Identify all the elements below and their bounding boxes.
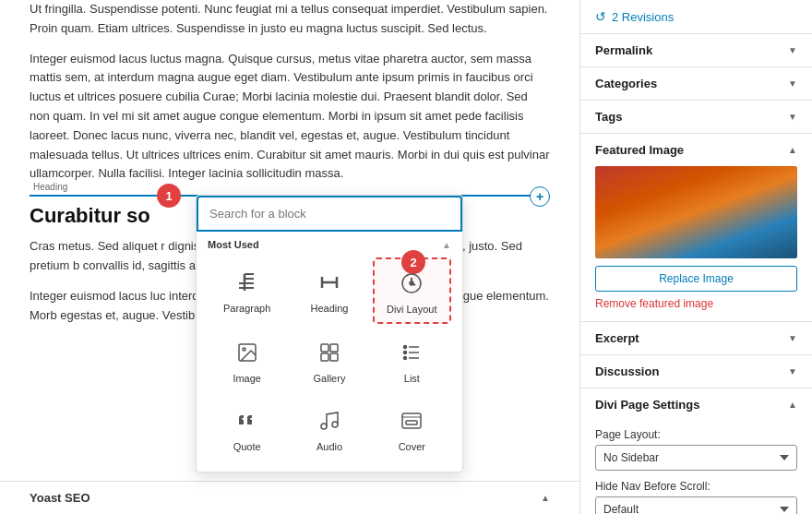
featured-image-chevron-icon: ▲ — [788, 145, 797, 155]
tags-chevron-icon: ▼ — [788, 112, 797, 122]
sidebar-section-permalink: Permalink ▼ — [580, 34, 812, 67]
svg-rect-6 — [321, 353, 328, 361]
block-item-list[interactable]: List — [373, 328, 451, 392]
sidebar-section-discussion: Discussion ▼ — [580, 355, 812, 388]
remove-image-link[interactable]: Remove featured image — [595, 297, 797, 310]
sidebar-section-tags: Tags ▼ — [580, 101, 812, 134]
yoast-chevron-up-icon: ▲ — [541, 493, 550, 503]
block-label-quote: Quote — [233, 441, 261, 452]
block-item-divi-layout[interactable]: 2 Divi Layout — [373, 257, 451, 324]
svg-rect-7 — [330, 353, 338, 361]
page-layout-select[interactable]: No Sidebar Left Sidebar Right Sidebar Fu… — [595, 445, 797, 471]
svg-rect-4 — [321, 344, 328, 352]
svg-point-15 — [332, 422, 338, 427]
block-item-quote[interactable]: Quote — [208, 396, 286, 460]
hide-nav-row: Hide Nav Before Scroll: Default Hide Sho… — [595, 480, 797, 514]
block-item-audio[interactable]: Audio — [290, 396, 368, 460]
excerpt-header[interactable]: Excerpt ▼ — [580, 322, 812, 354]
categories-label: Categories — [595, 77, 657, 90]
gallery-icon — [313, 336, 346, 369]
featured-image-label: Featured Image — [595, 143, 684, 157]
svg-point-14 — [321, 424, 327, 429]
most-used-label: Most Used — [208, 239, 259, 250]
heading-block-wrapper: Heading 1 + Most Used ▲ — [30, 195, 550, 197]
permalink-label: Permalink — [595, 43, 652, 57]
sidebar-section-categories: Categories ▼ — [580, 67, 812, 101]
block-label-gallery: Gallery — [314, 373, 346, 384]
revisions-icon: ↺ — [595, 9, 606, 24]
sidebar-section-divi-page-settings: Divi Page Settings ▲ Page Layout: No Sid… — [580, 388, 812, 514]
hide-nav-select[interactable]: Default Hide Show — [595, 496, 797, 514]
featured-image-header[interactable]: Featured Image ▲ — [580, 134, 812, 166]
divi-page-settings-header[interactable]: Divi Page Settings ▲ — [580, 388, 812, 421]
svg-rect-5 — [330, 344, 338, 352]
section-chevron-up-icon: ▲ — [442, 240, 451, 250]
block-item-image[interactable]: Image — [208, 328, 286, 392]
block-label-image: Image — [233, 373, 261, 384]
block-item-paragraph[interactable]: Paragraph — [208, 257, 286, 324]
featured-image-thumbnail — [595, 166, 797, 258]
excerpt-chevron-icon: ▼ — [788, 333, 797, 343]
svg-point-12 — [404, 352, 407, 354]
revisions-row[interactable]: ↺ 2 Revisions — [580, 0, 812, 34]
divi-page-settings-label: Divi Page Settings — [595, 398, 699, 412]
quote-icon — [231, 404, 264, 437]
divi-layout-icon — [395, 267, 428, 300]
most-used-header[interactable]: Most Used ▲ — [208, 239, 451, 250]
yoast-seo-label: Yoast SEO — [30, 491, 90, 505]
block-label-heading: Heading — [311, 303, 349, 314]
revisions-label: 2 Revisions — [612, 10, 674, 24]
audio-icon — [313, 404, 346, 437]
add-block-button[interactable]: + — [530, 186, 550, 207]
svg-rect-17 — [406, 421, 417, 424]
replace-image-button[interactable]: Replace Image — [595, 266, 797, 292]
sidebar-section-featured-image: Featured Image ▲ Replace Image Remove fe… — [580, 134, 812, 322]
most-used-section: Most Used ▲ Paragraph — [197, 232, 462, 472]
paragraph-1: Ut fringilla. Suspendisse potenti. Nunc … — [30, 0, 550, 39]
svg-point-13 — [404, 357, 407, 360]
block-label-list: List — [404, 373, 420, 384]
svg-point-11 — [404, 346, 407, 349]
block-label-audio: Audio — [316, 441, 342, 452]
sidebar: ↺ 2 Revisions Permalink ▼ Categories ▼ T… — [579, 0, 812, 514]
image-icon — [231, 336, 264, 369]
categories-header[interactable]: Categories ▼ — [580, 67, 812, 100]
block-item-heading[interactable]: Heading — [290, 257, 368, 324]
tags-label: Tags — [595, 110, 622, 124]
paragraph-2: Integer euismod lacus luctus magna. Quis… — [30, 50, 550, 185]
permalink-header[interactable]: Permalink ▼ — [580, 34, 812, 66]
tags-header[interactable]: Tags ▼ — [580, 101, 812, 133]
featured-image-body: Replace Image Remove featured image — [580, 166, 812, 321]
divi-page-settings-body: Page Layout: No Sidebar Left Sidebar Rig… — [580, 421, 812, 514]
main-content: Ut fringilla. Suspendisse potenti. Nunc … — [0, 0, 579, 514]
cover-icon — [395, 404, 428, 437]
hide-nav-label: Hide Nav Before Scroll: — [595, 480, 797, 493]
divi-page-settings-chevron-icon: ▲ — [788, 400, 797, 410]
page-layout-label: Page Layout: — [595, 428, 797, 441]
block-label-paragraph: Paragraph — [223, 303, 270, 314]
sidebar-section-excerpt: Excerpt ▼ — [580, 322, 812, 355]
block-label-divi-layout: Divi Layout — [387, 304, 436, 315]
excerpt-label: Excerpt — [595, 331, 639, 345]
block-item-gallery[interactable]: Gallery — [290, 328, 368, 392]
list-icon — [395, 336, 428, 369]
block-label-cover: Cover — [399, 441, 425, 452]
page-layout-row: Page Layout: No Sidebar Left Sidebar Rig… — [595, 428, 797, 471]
permalink-chevron-icon: ▼ — [788, 45, 797, 55]
heading-block-label: Heading — [30, 182, 71, 192]
step-badge-1: 1 — [157, 184, 181, 208]
block-grid: Paragraph Heading 2 — [208, 257, 451, 468]
paragraph-icon — [231, 266, 264, 299]
svg-point-1 — [410, 281, 413, 285]
categories-chevron-icon: ▼ — [788, 78, 797, 89]
discussion-chevron-icon: ▼ — [788, 366, 797, 377]
discussion-header[interactable]: Discussion ▼ — [580, 355, 812, 388]
yoast-seo-bar[interactable]: Yoast SEO ▲ — [0, 481, 579, 514]
block-picker-popup: Most Used ▲ Paragraph — [196, 195, 463, 472]
heading-icon — [313, 266, 346, 299]
discussion-label: Discussion — [595, 365, 659, 378]
block-item-cover[interactable]: Cover — [373, 396, 451, 460]
svg-point-3 — [243, 348, 245, 351]
block-search-input[interactable] — [197, 196, 462, 232]
